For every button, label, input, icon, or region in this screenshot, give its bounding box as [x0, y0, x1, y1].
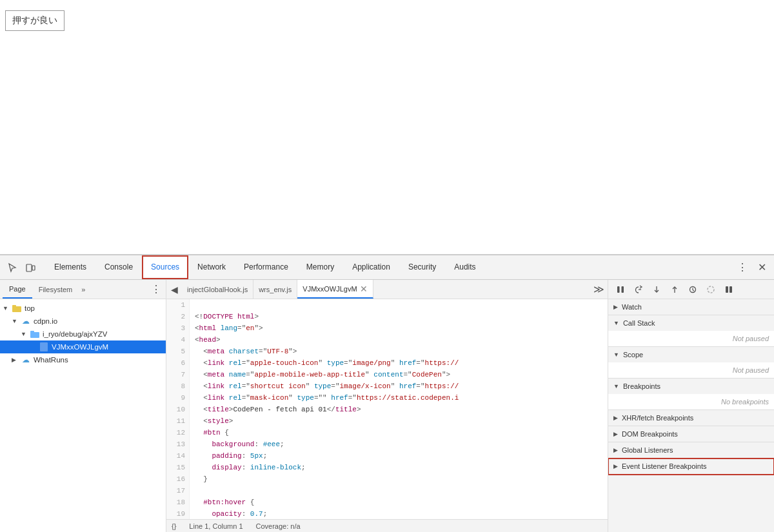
debug-step-icon[interactable] [686, 282, 700, 297]
debug-pause-exceptions-icon[interactable] [722, 282, 736, 297]
source-tab-vjmxx[interactable]: VJMxxOWJLgvM ✕ [297, 280, 373, 299]
debug-section-event-listener: ▶ Event Listener Breakpoints [608, 458, 774, 475]
debug-step-into-icon[interactable] [650, 282, 664, 297]
tree-arrow-i-ryo: ▼ [21, 331, 30, 337]
debug-section-breakpoints-header[interactable]: ▼ Breakpoints [608, 379, 774, 394]
devtools-body: Page Filesystem » ⋮ ▼ [0, 280, 774, 532]
tab-console[interactable]: Console [95, 255, 142, 279]
debug-pause-icon[interactable] [613, 282, 628, 297]
source-code-content[interactable]: 1 2 3 4 5 6 7 8 9 10 11 12 13 14 15 16 1 [166, 299, 608, 519]
code-line: <style> [195, 415, 602, 427]
code-line: #btn { [195, 427, 602, 438]
file-tree-tab-filesystem[interactable]: Filesystem [32, 280, 79, 299]
close-devtools-icon[interactable]: ✕ [755, 261, 769, 275]
debug-section-xhr: ▶ XHR/fetch Breakpoints [608, 410, 774, 426]
svg-rect-5 [30, 331, 34, 333]
global-label: Global Listeners [622, 446, 673, 454]
source-tab-close-icon[interactable]: ✕ [360, 284, 368, 293]
event-listener-label: Event Listener Breakpoints [622, 462, 706, 470]
page-content: 押すが良い [0, 0, 774, 255]
event-listener-arrow-icon: ▶ [613, 463, 618, 469]
callstack-arrow-icon: ▼ [613, 320, 619, 326]
svg-rect-4 [30, 332, 39, 338]
file-tree-more-icon[interactable]: » [79, 286, 88, 293]
debug-section-dom-header[interactable]: ▶ DOM Breakpoints [608, 426, 774, 442]
device-toolbar-icon[interactable] [23, 261, 37, 275]
source-tab-more-icon[interactable]: ≫ [590, 280, 608, 299]
cloud-icon-cdpn: ☁ [21, 316, 31, 326]
source-code-panel: ◀ injectGlobalHook.js wrs_env.js VJMxxOW… [166, 280, 608, 532]
svg-point-13 [708, 286, 714, 293]
debug-section-callstack-header[interactable]: ▼ Call Stack [608, 315, 774, 331]
tree-arrow-cdpn: ▼ [12, 318, 21, 324]
tab-application[interactable]: Application [343, 255, 399, 279]
watch-arrow-icon: ▶ [613, 304, 618, 310]
debug-deactivate-icon[interactable] [704, 282, 718, 297]
tab-performance[interactable]: Performance [235, 255, 297, 279]
debug-step-over-icon[interactable] [631, 282, 646, 297]
tree-item-whatruns[interactable]: ▶ ☁ WhatRuns [0, 353, 166, 366]
tree-item-cdpn[interactable]: ▼ ☁ cdpn.io [0, 315, 166, 328]
tab-network[interactable]: Network [188, 255, 235, 279]
tree-item-vjmxx[interactable]: VJMxxOWJLgvM [0, 340, 166, 353]
svg-rect-0 [26, 264, 32, 271]
file-tree-options-icon[interactable]: ⋮ [149, 282, 163, 297]
debug-section-global: ▶ Global Listeners [608, 442, 774, 458]
debug-section-scope-header[interactable]: ▼ Scope [608, 347, 774, 362]
source-nav-prev-icon[interactable]: ◀ [166, 282, 182, 297]
devtools-toolbar: Elements Console Sources Network Perform… [0, 255, 774, 280]
debug-section-global-header[interactable]: ▶ Global Listeners [608, 442, 774, 458]
debug-section-event-listener-header[interactable]: ▶ Event Listener Breakpoints [608, 458, 774, 474]
xhr-arrow-icon: ▶ [613, 415, 618, 421]
folder-icon-i-ryo [30, 329, 40, 339]
tab-audits[interactable]: Audits [445, 255, 484, 279]
tree-arrow-whatruns: ▶ [12, 357, 21, 363]
source-tab-inject[interactable]: injectGlobalHook.js [182, 280, 253, 299]
devtools-tabs: Elements Console Sources Network Perform… [45, 255, 735, 279]
tree-label-top: top [25, 304, 35, 312]
debug-breakpoints-body: No breakpoints [608, 394, 774, 409]
debug-step-out-icon[interactable] [668, 282, 682, 297]
tree-arrow-top: ▼ [3, 305, 12, 311]
tab-security[interactable]: Security [399, 255, 445, 279]
source-tab-wrs[interactable]: wrs_env.js [253, 280, 297, 299]
tree-label-i-ryo: i_ryo/debug/ajxYZV [43, 330, 107, 338]
statusbar-coverage: Coverage: n/a [256, 522, 301, 530]
inspect-element-icon[interactable] [5, 261, 19, 275]
statusbar-format-icon[interactable]: {} [172, 522, 176, 530]
file-icon-vjmxx [39, 342, 49, 352]
debug-section-dom: ▶ DOM Breakpoints [608, 426, 774, 442]
code-area[interactable]: <!DOCTYPE html> <html lang="en"> <head> … [190, 299, 608, 519]
callstack-label: Call Stack [623, 319, 655, 327]
more-options-icon[interactable]: ⋮ [735, 261, 749, 275]
debug-section-callstack: ▼ Call Stack Not paused [608, 315, 774, 347]
tab-memory[interactable]: Memory [297, 255, 343, 279]
file-tree-tab-page[interactable]: Page [3, 280, 32, 299]
code-line: } [195, 473, 602, 485]
file-tree-panel: Page Filesystem » ⋮ ▼ [0, 280, 166, 532]
tree-item-top[interactable]: ▼ top [0, 302, 166, 315]
folder-icon-top [12, 303, 22, 313]
global-arrow-icon: ▶ [613, 447, 618, 453]
source-file-tabs: ◀ injectGlobalHook.js wrs_env.js VJMxxOW… [166, 280, 608, 299]
toolbar-icons [5, 261, 37, 275]
svg-rect-1 [32, 266, 35, 270]
code-line: <link rel="mask-icon" type="" href="http… [195, 392, 602, 404]
svg-rect-3 [12, 305, 16, 307]
tab-sources[interactable]: Sources [142, 255, 188, 279]
debug-section-watch-header[interactable]: ▶ Watch [608, 299, 774, 315]
debugger-toolbar [608, 280, 774, 299]
debug-section-xhr-header[interactable]: ▶ XHR/fetch Breakpoints [608, 410, 774, 426]
code-line: <head> [195, 334, 602, 346]
code-line: <html lang="en"> [195, 322, 602, 334]
scope-label: Scope [623, 351, 643, 359]
devtools: Elements Console Sources Network Perform… [0, 255, 774, 532]
file-tree-tabs: Page Filesystem » ⋮ [0, 280, 166, 299]
tab-elements[interactable]: Elements [45, 255, 95, 279]
tooltip-text: 押すが良い [12, 15, 57, 25]
watch-label: Watch [622, 303, 642, 311]
svg-rect-14 [726, 286, 728, 293]
tree-item-i-ryo[interactable]: ▼ i_ryo/debug/ajxYZV [0, 328, 166, 340]
tree-label-cdpn: cdpn.io [34, 317, 57, 325]
svg-rect-8 [622, 286, 624, 293]
